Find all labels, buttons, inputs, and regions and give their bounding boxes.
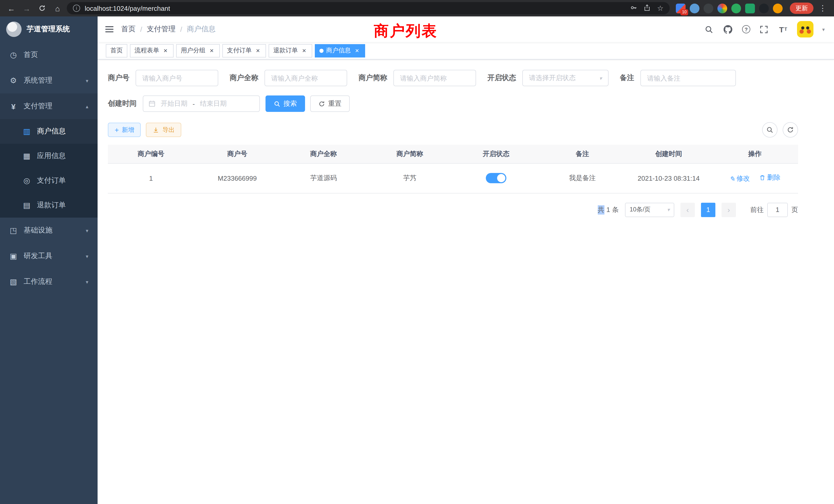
sidebar-item-system[interactable]: 系统管理: [0, 68, 97, 93]
sidebar-group-pay: 支付管理 商户信息 应用信息 支付订单: [0, 93, 97, 217]
tab-process-form[interactable]: 流程表单: [130, 44, 174, 57]
sidebar-item-label: 基础设施: [24, 226, 52, 235]
cell-actions: 修改 删除: [712, 163, 798, 193]
extension-avatar-icon[interactable]: [718, 3, 727, 13]
export-button[interactable]: 导出: [146, 123, 181, 137]
breadcrumb-pay[interactable]: 支付管理: [147, 25, 176, 34]
main-panel: 首页 支付管理 商户信息 商户列表: [97, 17, 834, 504]
goto-page-input[interactable]: [767, 203, 788, 217]
extension-grid-icon[interactable]: 10: [676, 3, 686, 13]
status-select-placeholder: 请选择开启状态: [529, 73, 576, 83]
sidebar-menu: 首页 系统管理 支付管理 商户信息: [0, 42, 97, 295]
full-name-input[interactable]: [264, 70, 347, 86]
page-content: 商户号 商户全称 商户简称 开启状态 请选择开启状态: [97, 60, 798, 227]
close-icon[interactable]: [254, 47, 261, 54]
merchant-no-input[interactable]: [136, 70, 218, 86]
sidebar-subitem-app-info[interactable]: 应用信息: [0, 144, 97, 168]
browser-reload-icon[interactable]: [36, 2, 48, 14]
status-select[interactable]: 请选择开启状态: [522, 70, 609, 86]
delete-link[interactable]: 删除: [759, 173, 781, 182]
close-icon[interactable]: [353, 47, 360, 54]
monitor-icon: [9, 226, 18, 235]
screenshot-root: localhost:1024/pay/merchant 10 更新: [0, 0, 834, 504]
chevron-down-icon: [86, 228, 88, 233]
github-icon[interactable]: [723, 24, 733, 35]
search-icon[interactable]: [704, 24, 714, 35]
search-button[interactable]: 搜索: [265, 95, 305, 112]
browser-back-icon[interactable]: [5, 2, 18, 14]
extension-drop-icon[interactable]: [690, 3, 699, 13]
next-page-button[interactable]: [722, 203, 736, 217]
extension-green-square-icon[interactable]: [745, 3, 755, 13]
sidebar-item-label: 首页: [24, 50, 38, 60]
breadcrumb-home[interactable]: 首页: [121, 25, 136, 34]
edit-link[interactable]: 修改: [729, 174, 750, 183]
logo-title: 芋道管理系统: [27, 25, 70, 34]
short-name-input[interactable]: [393, 70, 476, 86]
user-avatar[interactable]: [797, 21, 813, 38]
extension-knot-icon[interactable]: [759, 3, 769, 13]
sidebar-subitem-pay-order[interactable]: 支付订单: [0, 168, 97, 193]
dashboard-icon: [9, 50, 18, 60]
browser-home-icon[interactable]: [51, 2, 64, 14]
card-icon: [23, 127, 31, 136]
page-size-select[interactable]: 10条/页: [625, 203, 674, 217]
help-icon[interactable]: [742, 25, 750, 33]
close-icon[interactable]: [301, 47, 308, 54]
tab-refund-order[interactable]: 退款订单: [269, 44, 312, 57]
page-number-button[interactable]: 1: [701, 203, 716, 217]
sidebar-item-infra[interactable]: 基础设施: [0, 217, 97, 243]
filter-full-name: 商户全称: [229, 70, 347, 86]
app-logo[interactable]: 芋道管理系统: [0, 17, 97, 42]
bookmark-star-icon[interactable]: [657, 4, 663, 12]
tab-merchant-info[interactable]: 商户信息: [315, 44, 365, 57]
chevron-down-icon: [599, 75, 602, 81]
address-bar[interactable]: localhost:1024/pay/merchant: [67, 2, 670, 14]
tab-user-group[interactable]: 用户分组: [176, 44, 220, 57]
tab-home[interactable]: 首页: [106, 44, 127, 57]
extension-green-circle-icon[interactable]: [731, 3, 741, 13]
site-info-icon[interactable]: [73, 5, 80, 12]
refresh-table-button[interactable]: [783, 122, 798, 138]
create-time-range-picker[interactable]: 开始日期 - 结束日期: [143, 95, 260, 112]
remark-input[interactable]: [640, 70, 736, 86]
date-separator: -: [193, 100, 195, 108]
font-size-icon[interactable]: [778, 24, 788, 35]
add-button-label: 新增: [122, 125, 134, 134]
extension-orange-avatar-icon[interactable]: [773, 3, 783, 13]
refresh-icon: [319, 100, 325, 107]
browser-forward-icon[interactable]: [21, 2, 33, 14]
user-menu-caret-icon[interactable]: [822, 26, 825, 32]
sidebar-subitem-merchant-info[interactable]: 商户信息: [0, 119, 97, 144]
sidebar-item-home[interactable]: 首页: [0, 42, 97, 68]
active-dot: [320, 48, 324, 53]
status-toggle[interactable]: [486, 173, 506, 183]
column-header: 开启状态: [453, 145, 539, 163]
reset-button[interactable]: 重置: [310, 95, 350, 112]
browser-update-button[interactable]: 更新: [790, 3, 813, 14]
edit-label: 修改: [737, 174, 750, 183]
close-icon[interactable]: [208, 47, 215, 54]
url-text[interactable]: localhost:1024/pay/merchant: [85, 4, 170, 12]
add-button[interactable]: 新增: [108, 123, 141, 137]
close-icon[interactable]: [162, 47, 169, 54]
omnibox-actions: [630, 4, 663, 13]
sidebar-subitem-refund-order[interactable]: 退款订单: [0, 193, 97, 217]
tab-pay-order[interactable]: 支付订单: [222, 44, 266, 57]
tab-label: 用户分组: [181, 46, 205, 55]
extension-dark-icon[interactable]: [704, 3, 713, 13]
password-key-icon[interactable]: [630, 4, 638, 13]
sidebar-item-devtools[interactable]: 研发工具: [0, 243, 97, 269]
share-icon[interactable]: [644, 4, 651, 13]
browser-menu-icon[interactable]: [816, 2, 829, 14]
sidebar-item-pay[interactable]: 支付管理: [0, 93, 97, 119]
chevron-up-icon: [86, 104, 88, 109]
prev-page-button[interactable]: [680, 203, 695, 217]
column-header: 商户全称: [280, 145, 367, 163]
sidebar-toggle-icon[interactable]: [97, 17, 121, 42]
toggle-search-button[interactable]: [762, 122, 777, 138]
calendar-icon: [148, 100, 156, 107]
fullscreen-icon[interactable]: [759, 24, 769, 35]
goto-suffix: 页: [791, 205, 798, 214]
sidebar-item-workflow[interactable]: 工作流程: [0, 269, 97, 295]
